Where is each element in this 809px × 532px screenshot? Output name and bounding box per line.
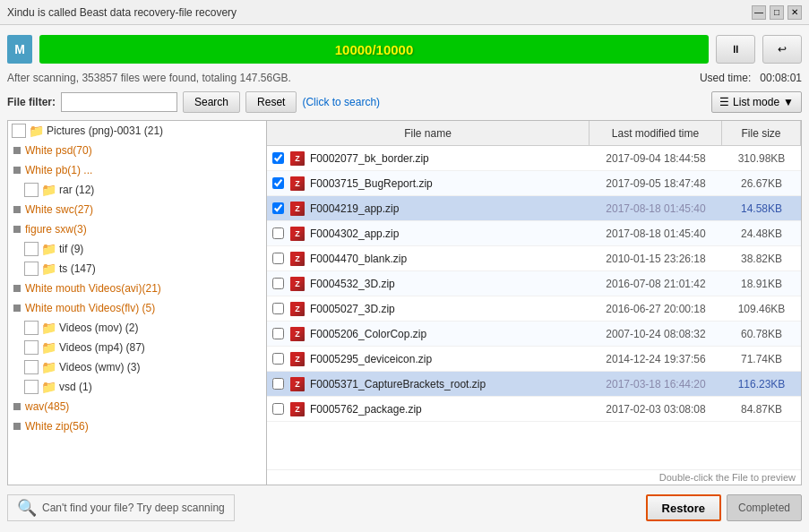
file-checkbox[interactable] (272, 202, 284, 214)
table-row[interactable]: F0005206_ColorCop.zip2007-10-24 08:08:32… (267, 322, 801, 347)
file-size: 24.48KB (722, 227, 801, 240)
tree-checkbox[interactable] (24, 321, 39, 335)
tree-item[interactable]: figure sxw(3) (8, 219, 266, 239)
list-mode-button[interactable]: ☰ List mode ▼ (711, 91, 802, 113)
file-time: 2016-06-27 20:00:18 (590, 303, 722, 315)
tree-item[interactable]: 📁Videos (mp4) (87) (8, 338, 266, 357)
row-checkbox[interactable] (267, 177, 288, 189)
filter-input[interactable] (61, 92, 177, 112)
tree-item[interactable]: White mouth Videos(flv) (5) (8, 298, 266, 318)
completed-button[interactable]: Completed (727, 494, 802, 521)
tree-checkbox[interactable] (24, 242, 39, 256)
tree-item[interactable]: 📁tif (9) (8, 239, 266, 259)
row-checkbox[interactable] (267, 353, 288, 365)
table-row[interactable]: F0004532_3D.zip2016-07-08 21:01:4218.91K… (267, 271, 801, 296)
tree-item[interactable]: 📁vsd (1) (8, 377, 266, 397)
row-checkbox[interactable] (267, 152, 288, 164)
stop-button[interactable]: ↩ (762, 35, 802, 64)
table-row[interactable]: F0004470_blank.zip2010-01-15 23:26:1838.… (267, 246, 801, 271)
file-size: 310.98KB (722, 152, 801, 165)
maximize-button[interactable]: □ (770, 5, 784, 20)
table-row[interactable]: F0005027_3D.zip2016-06-27 20:00:18109.46… (267, 296, 801, 322)
table-header: File name Last modified time File size (267, 121, 801, 146)
bullet-icon (13, 403, 21, 410)
row-checkbox[interactable] (267, 253, 288, 264)
window-controls: — □ ✕ (752, 5, 802, 20)
tree-label: vsd (1) (59, 381, 92, 393)
tree-item[interactable]: White pb(1) ... (8, 160, 266, 180)
table-row[interactable]: F0005295_deviceicon.zip2014-12-24 19:37:… (267, 347, 801, 372)
file-checkbox[interactable] (272, 303, 284, 314)
file-checkbox[interactable] (272, 278, 284, 289)
tree-checkbox[interactable] (24, 183, 39, 197)
table-row[interactable]: F0004219_app.zip2017-08-18 01:45:4014.58… (267, 196, 801, 221)
file-name: F0005027_3D.zip (306, 303, 590, 315)
file-icon (288, 302, 306, 316)
tree-checkbox[interactable] (12, 124, 26, 138)
file-checkbox[interactable] (272, 227, 284, 239)
tree-item[interactable]: 📁rar (12) (8, 180, 266, 200)
row-checkbox[interactable] (267, 303, 288, 314)
file-icon (288, 176, 306, 191)
file-name: F0005295_deviceicon.zip (306, 353, 590, 365)
tree-item[interactable]: wav(485) (8, 397, 266, 416)
tree-label: rar (12) (59, 184, 94, 196)
row-checkbox[interactable] (267, 403, 288, 415)
search-button[interactable]: Search (183, 91, 240, 113)
file-time: 2017-09-05 18:47:48 (590, 177, 722, 190)
row-checkbox[interactable] (267, 378, 288, 390)
row-checkbox[interactable] (267, 202, 288, 214)
table-row[interactable]: F0004302_app.zip2017-08-18 01:45:4024.48… (267, 221, 801, 246)
file-size: 109.46KB (722, 303, 801, 315)
table-row[interactable]: F0002077_bk_border.zip2017-09-04 18:44:5… (267, 146, 801, 171)
tree-item[interactable]: 📁ts (147) (8, 259, 266, 279)
row-checkbox[interactable] (267, 227, 288, 239)
tree-item[interactable]: 📁Videos (wmv) (3) (8, 357, 266, 377)
tree-item[interactable]: White swc(27) (8, 200, 266, 219)
file-time: 2007-10-24 08:08:32 (590, 328, 722, 340)
file-checkbox[interactable] (272, 353, 284, 365)
reset-button[interactable]: Reset (245, 91, 297, 113)
file-checkbox[interactable] (272, 177, 284, 189)
minimize-button[interactable]: — (752, 5, 766, 20)
tree-item[interactable]: White psd(70) (8, 141, 266, 160)
filter-label: File filter: (7, 96, 56, 108)
tree-checkbox[interactable] (24, 262, 39, 276)
tree-item[interactable]: White mouth Videos(avi)(21) (8, 279, 266, 298)
file-name: F0005206_ColorCop.zip (306, 328, 590, 340)
bullet-icon (13, 305, 21, 312)
tree-item[interactable]: White zip(56) (8, 416, 266, 436)
file-checkbox[interactable] (272, 253, 284, 264)
table-row[interactable]: F0005762_package.zip2017-02-03 03:08:088… (267, 397, 801, 422)
tree-checkbox[interactable] (24, 340, 39, 355)
table-row[interactable]: F0005371_CaptureBrackets_root.zip2017-03… (267, 372, 801, 397)
used-time: Used time: 00:08:01 (700, 72, 802, 84)
tree-label: White mouth Videos(avi)(21) (25, 282, 161, 295)
row-checkbox[interactable] (267, 328, 288, 339)
file-time: 2017-03-18 16:44:20 (590, 378, 722, 390)
tree-label: figure sxw(3) (25, 223, 87, 236)
tree-checkbox[interactable] (24, 360, 39, 374)
file-name: F0004302_app.zip (306, 227, 590, 240)
file-checkbox[interactable] (272, 378, 284, 390)
progress-bar: 10000/10000 (39, 35, 709, 64)
main-container: M 10000/10000 ⏸ ↩ After scanning, 353857… (0, 25, 809, 532)
tree-label: Pictures (png)-0031 (21) (47, 124, 163, 137)
row-checkbox[interactable] (267, 278, 288, 289)
tree-label: White zip(56) (25, 420, 89, 433)
tree-item[interactable]: 📁Videos (mov) (2) (8, 318, 266, 338)
tree-item[interactable]: 📁Pictures (png)-0031 (21) (8, 121, 266, 141)
table-row[interactable]: F0003715_BugReport.zip2017-09-05 18:47:4… (267, 171, 801, 196)
pause-button[interactable]: ⏸ (716, 35, 755, 64)
bullet-icon (13, 423, 21, 430)
list-mode-label: List mode (733, 96, 779, 108)
close-button[interactable]: ✕ (787, 5, 802, 20)
deep-scan-button[interactable]: 🔍 Can't find your file? Try deep scannin… (7, 494, 235, 521)
file-checkbox[interactable] (272, 328, 284, 339)
restore-button[interactable]: Restore (646, 494, 721, 521)
file-checkbox[interactable] (272, 403, 284, 415)
file-checkbox[interactable] (272, 152, 284, 164)
click-to-search-label: (Click to search) (302, 96, 380, 108)
tree-checkbox[interactable] (24, 380, 39, 394)
tree-label: Videos (mp4) (87) (59, 341, 145, 354)
